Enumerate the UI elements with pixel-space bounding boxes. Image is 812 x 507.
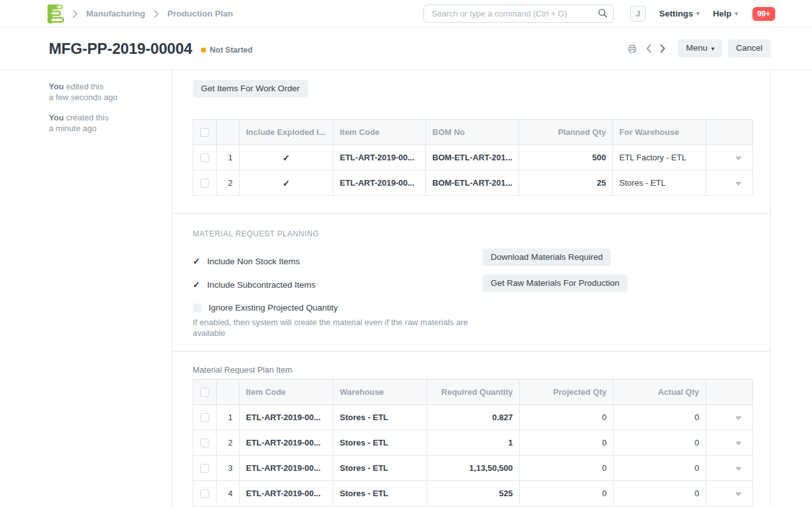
select-all-checkbox[interactable] [200, 128, 209, 137]
grid-header-row: Item Code Warehouse Required Quantity Pr… [193, 380, 753, 405]
app-logo[interactable] [48, 4, 64, 23]
table-row[interactable]: 1 ✓ ETL-ART-2019-00... BOM-ETL-ART-201..… [193, 145, 753, 170]
chevron-down-icon[interactable] [735, 182, 742, 186]
item-code-cell: ETL-ART-2019-00... [240, 456, 333, 481]
row-actions-cell [706, 456, 753, 481]
required-qty-cell: 1 [427, 430, 520, 456]
checkbox-column: ✓ Include Non Stock Items ✓ Include Subc… [193, 248, 482, 338]
breadcrumb-manufacturing[interactable]: Manufacturing [86, 9, 145, 18]
row-checkbox[interactable] [200, 413, 209, 422]
select-all-checkbox[interactable] [200, 388, 209, 397]
po-items-grid: Include Exploded I... Item Code BOM No P… [193, 119, 753, 196]
get-raw-materials-for-production-button[interactable]: Get Raw Materials For Production [482, 274, 628, 292]
table-row[interactable]: 2 ✓ ETL-ART-2019-00... BOM-ETL-ART-201..… [193, 170, 753, 196]
menu-button[interactable]: Menu▾ [678, 39, 723, 57]
row-index: 4 [217, 481, 240, 506]
breadcrumb-chevron-icon [153, 10, 159, 18]
row-select-cell [193, 456, 217, 481]
row-actions-cell [706, 145, 753, 170]
download-materials-required-button[interactable]: Download Materials Required [482, 248, 611, 266]
section-heading: MATERIAL REQUEST PLANNING [193, 229, 751, 238]
select-all-cell [193, 380, 217, 405]
actual-qty-cell: 0 [614, 456, 706, 481]
planned-qty-cell: 500 [519, 145, 613, 170]
row-index: 2 [217, 430, 240, 456]
actual-qty-header: Actual Qty [614, 380, 706, 405]
content: You edited this a few seconds ago You cr… [0, 70, 812, 507]
actions-header [706, 120, 753, 145]
help-menu[interactable]: Help ▾ [713, 9, 738, 18]
chevron-right-icon [660, 44, 666, 53]
item-code-cell: ETL-ART-2019-00... [240, 481, 333, 506]
index-header [217, 120, 240, 145]
mr-plan-item-grid: Item Code Warehouse Required Quantity Pr… [193, 379, 753, 506]
unchecked-checkbox-icon [193, 304, 202, 312]
chevron-down-icon: ▾ [735, 10, 738, 17]
cancel-button[interactable]: Cancel [728, 39, 771, 57]
include-exploded-cell[interactable]: ✓ [240, 170, 333, 196]
chevron-down-icon[interactable] [735, 416, 742, 420]
row-actions-cell [706, 170, 753, 196]
print-button[interactable] [626, 42, 639, 55]
settings-menu[interactable]: Settings ▾ [659, 9, 700, 18]
actual-qty-cell: 0 [614, 481, 706, 506]
row-checkbox[interactable] [200, 489, 209, 498]
row-checkbox[interactable] [200, 153, 209, 162]
chevron-down-icon[interactable] [735, 467, 742, 471]
required-qty-cell: 525 [427, 481, 520, 506]
get-items-for-work-order-button[interactable]: Get Items For Work Order [193, 80, 308, 98]
grid-header-row: Include Exploded I... Item Code BOM No P… [193, 120, 753, 145]
row-select-cell [193, 481, 217, 506]
include-exploded-cell[interactable]: ✓ [240, 145, 333, 170]
row-index: 3 [217, 456, 240, 481]
edited-by-entry: You edited this a few seconds ago [49, 81, 157, 103]
notifications-badge[interactable]: 99+ [752, 7, 775, 21]
check-icon: ✓ [283, 178, 290, 188]
include-non-stock-items-checkbox[interactable]: ✓ Include Non Stock Items [193, 256, 482, 266]
row-index: 1 [217, 145, 240, 170]
item-code-cell: ETL-ART-2019-00... [333, 145, 426, 170]
ignore-existing-projected-quantity-checkbox[interactable]: Ignore Existing Projected Quantity [193, 303, 482, 312]
include-subcontracted-items-checkbox[interactable]: ✓ Include Subcontracted Items [193, 279, 482, 290]
warehouse-header: Warehouse [333, 380, 427, 405]
row-checkbox[interactable] [200, 439, 209, 447]
search-icon[interactable] [598, 8, 608, 20]
grid-label: Material Request Plan Item [193, 365, 751, 375]
include-exploded-header: Include Exploded I... [240, 120, 333, 145]
row-select-cell [193, 430, 217, 456]
row-checkbox[interactable] [200, 464, 209, 473]
warehouse-cell: ETL Factory - ETL [613, 145, 706, 170]
table-row[interactable]: 1 ETL-ART-2019-00... Stores - ETL 0.827 … [193, 405, 753, 430]
chevron-down-icon[interactable] [735, 492, 742, 496]
section-items: Get Items For Work Order Include Explode… [172, 70, 770, 214]
check-icon: ✓ [283, 153, 290, 163]
checkbox-help-text: If enabled, then system will create the … [193, 317, 472, 338]
row-index: 2 [217, 170, 240, 196]
row-select-cell [193, 145, 217, 170]
next-document-button[interactable] [659, 42, 667, 55]
row-actions-cell [706, 405, 753, 430]
help-label: Help [713, 9, 731, 18]
chevron-down-icon[interactable] [735, 157, 742, 160]
breadcrumb-production-plan[interactable]: Production Plan [167, 9, 233, 18]
previous-document-button[interactable] [645, 42, 653, 55]
item-code-cell: ETL-ART-2019-00... [333, 170, 426, 196]
row-checkbox[interactable] [200, 179, 209, 188]
row-actions-cell [706, 430, 753, 456]
chevron-down-icon[interactable] [735, 442, 742, 446]
table-row[interactable]: 4 ETL-ART-2019-00... Stores - ETL 525 0 … [193, 481, 753, 506]
warehouse-cell: Stores - ETL [333, 456, 427, 481]
table-row[interactable]: 3 ETL-ART-2019-00... Stores - ETL 1,13,5… [193, 456, 753, 481]
table-row[interactable]: 2 ETL-ART-2019-00... Stores - ETL 1 0 0 [193, 430, 753, 456]
search-input[interactable] [423, 4, 614, 23]
status-dot-icon [201, 48, 206, 53]
actions-header [706, 380, 753, 405]
bom-no-cell: BOM-ETL-ART-201... [426, 145, 519, 170]
actual-qty-cell: 0 [614, 430, 706, 456]
item-code-cell: ETL-ART-2019-00... [240, 430, 333, 456]
avatar[interactable]: J [630, 6, 646, 22]
projected-qty-header: Projected Qty [520, 380, 614, 405]
chevron-down-icon: ▾ [711, 45, 714, 52]
chevron-left-icon [646, 44, 652, 53]
projected-qty-cell: 0 [520, 405, 614, 430]
